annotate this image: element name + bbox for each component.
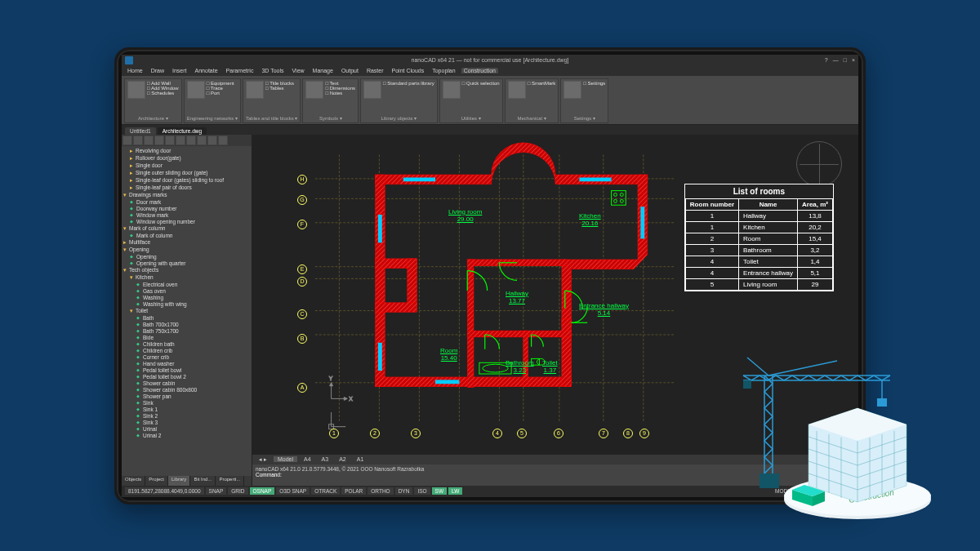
ribbon-item[interactable]: □ Title blocks — [265, 81, 294, 86]
modeltab-nav[interactable]: ◂ ▸ — [255, 456, 271, 463]
status-toggle[interactable]: ORTHO — [368, 487, 393, 495]
ribbon-item[interactable]: □ Port — [207, 91, 234, 96]
ribbon-tab[interactable]: Output — [339, 68, 361, 73]
ribbon-button-icon[interactable] — [187, 81, 205, 99]
status-icon[interactable]: m 1:50 — [832, 488, 849, 494]
ribbon-tab[interactable]: Manage — [310, 68, 336, 73]
close-icon[interactable]: × — [852, 57, 855, 63]
tree-item[interactable]: Bide — [123, 335, 250, 341]
status-toggle[interactable]: SNAP — [206, 487, 227, 495]
library-tab[interactable]: Project — [145, 476, 168, 486]
tree-item[interactable]: Shower pan — [123, 393, 250, 400]
tree-item[interactable]: Mark of column — [123, 225, 250, 233]
tree-item[interactable]: Children crib — [123, 348, 250, 354]
panel-label[interactable]: Architecture ▾ — [127, 115, 179, 121]
status-model[interactable]: MODEL — [775, 488, 794, 494]
model-tab[interactable]: A1 — [353, 456, 368, 462]
tree-item[interactable]: Washing with wing — [123, 301, 250, 308]
tree-item[interactable]: Window mark — [123, 212, 250, 219]
library-tree[interactable]: Revolving doorRollover door(gate)Single … — [122, 146, 252, 476]
ribbon-button-icon[interactable] — [564, 81, 581, 99]
ribbon-button-icon[interactable] — [443, 81, 461, 99]
ribbon-tab[interactable]: Raster — [364, 68, 386, 73]
ribbon-tab[interactable]: View — [290, 68, 307, 73]
status-icon[interactable]: ◔ — [824, 488, 829, 495]
library-tab[interactable]: Objects — [122, 476, 145, 486]
panel-label[interactable]: Settings ▾ — [564, 115, 605, 121]
ribbon-item[interactable]: □ Dimensions — [325, 86, 355, 91]
ribbon-tab[interactable]: Point Clouds — [390, 68, 427, 73]
tree-item[interactable]: Tech objects — [123, 267, 250, 274]
status-icon[interactable]: ⊞ — [816, 488, 821, 495]
ribbon-button-icon[interactable] — [127, 81, 145, 99]
tree-item[interactable]: Single-leaf pair of doors — [123, 184, 250, 192]
tree-item[interactable]: Shower cabin — [123, 380, 250, 387]
tree-item[interactable]: Gas oven — [123, 288, 250, 295]
lib-tool-icon[interactable] — [133, 136, 143, 145]
status-toggle[interactable]: SW — [432, 487, 447, 495]
model-tab[interactable]: A4 — [300, 456, 315, 462]
ribbon-item[interactable]: □ Add Window — [147, 86, 179, 91]
tree-item[interactable]: Urinal 2 — [123, 433, 250, 439]
ribbon-tab[interactable]: Topoplan — [430, 68, 457, 73]
ribbon-tab[interactable]: Draw — [149, 68, 167, 73]
ribbon-tab[interactable]: Annotate — [193, 68, 220, 73]
tree-item[interactable]: Revolving door — [123, 148, 250, 155]
ribbon-item[interactable]: □ Quick selection — [462, 81, 500, 86]
ribbon-item[interactable]: □ SmartMark — [528, 81, 556, 86]
document-tab[interactable]: Untitled1 — [125, 127, 156, 135]
ribbon-button-icon[interactable] — [305, 81, 323, 99]
ribbon-tab[interactable]: Parametric — [224, 68, 256, 73]
ribbon-tab[interactable]: Insert — [170, 68, 189, 73]
panel-label[interactable]: Utilities ▾ — [443, 115, 500, 121]
lib-tool-icon[interactable] — [154, 136, 164, 145]
library-tab[interactable]: Bit Ind... — [190, 476, 216, 486]
tree-item[interactable]: Bath 700x1700 — [123, 322, 250, 328]
compass-widget[interactable] — [796, 141, 842, 187]
tree-item[interactable]: Multiface — [123, 239, 250, 247]
panel-label[interactable]: Symbols ▾ — [305, 115, 355, 121]
model-tab[interactable]: Model — [274, 456, 297, 462]
ribbon-item[interactable]: □ Tables — [265, 86, 294, 91]
tree-item[interactable]: Sink 3 — [123, 420, 250, 426]
ribbon-item[interactable]: □ Settings — [583, 81, 605, 86]
ribbon-tab[interactable]: Construction — [461, 68, 498, 73]
status-icon[interactable]: ⬚ — [797, 488, 803, 495]
tree-item[interactable]: Children bath — [123, 341, 250, 348]
maximize-icon[interactable]: □ — [844, 57, 847, 63]
tree-item[interactable]: Single door — [123, 162, 250, 170]
tree-item[interactable]: Bath 750x1700 — [123, 328, 250, 335]
tree-item[interactable]: Corner crib — [123, 354, 250, 361]
tree-item[interactable]: Mark of column — [123, 233, 250, 239]
status-toggle[interactable]: O3D SNAP — [276, 487, 310, 495]
tree-item[interactable]: Drawings marks — [123, 192, 250, 199]
minimize-icon[interactable]: — — [833, 57, 839, 63]
tree-item[interactable]: Single-leaf door (gates) sliding to roof — [123, 177, 250, 184]
help-icon[interactable]: ? — [825, 57, 828, 63]
tree-item[interactable]: Sink 2 — [123, 413, 250, 420]
lib-tool-icon[interactable] — [122, 136, 132, 145]
status-toggle[interactable]: OSNAP — [250, 487, 275, 495]
command-line[interactable]: nanoCAD x64 21.0 21.0.5779.3448, © 2021 … — [252, 464, 858, 486]
tree-item[interactable]: Pedal toilet bowl — [123, 367, 250, 374]
tree-item[interactable]: Bath — [123, 315, 250, 322]
ribbon-item[interactable]: □ Notes — [325, 91, 355, 96]
tree-item[interactable]: Toilet — [123, 308, 250, 315]
model-tab[interactable]: A3 — [318, 456, 333, 462]
library-tab[interactable]: Properti... — [216, 476, 244, 486]
status-toggle[interactable]: OTRACK — [311, 487, 340, 495]
model-tab[interactable]: A2 — [335, 456, 350, 462]
ribbon-button-icon[interactable] — [508, 81, 526, 99]
tree-item[interactable]: Hand washer — [123, 361, 250, 367]
tree-item[interactable]: Opening — [123, 247, 250, 254]
ribbon-button-icon[interactable] — [246, 81, 264, 99]
ribbon-item[interactable]: □ Equipment — [207, 81, 234, 86]
tree-item[interactable]: Urinal — [123, 426, 250, 433]
tree-item[interactable]: Doorway number — [123, 206, 250, 212]
document-tab[interactable]: Architecture.dwg — [158, 127, 207, 135]
ribbon-item[interactable]: □ Standard parts library — [383, 81, 434, 86]
ribbon-tab[interactable]: 3D Tools — [259, 68, 286, 73]
tree-item[interactable]: Shower cabin 800x800 — [123, 387, 250, 393]
panel-label[interactable]: Mechanical ▾ — [508, 115, 556, 121]
ribbon-item[interactable]: □ Schedules — [147, 91, 179, 96]
